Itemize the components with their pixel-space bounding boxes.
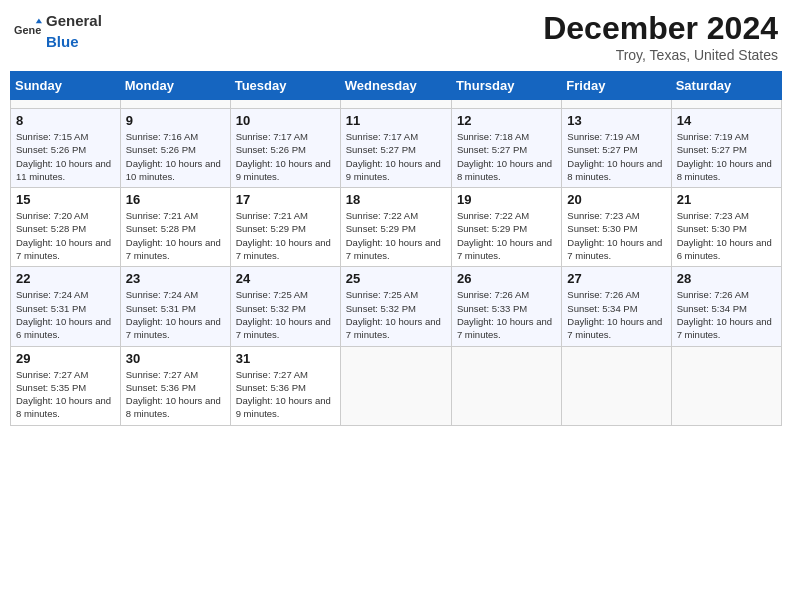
calendar-cell: 27Sunrise: 7:26 AMSunset: 5:34 PMDayligh… <box>562 267 671 346</box>
day-info: Sunrise: 7:17 AMSunset: 5:27 PMDaylight:… <box>346 131 441 182</box>
day-info: Sunrise: 7:22 AMSunset: 5:29 PMDaylight:… <box>457 210 552 261</box>
day-number: 15 <box>16 192 115 207</box>
logo-general: General <box>46 12 102 29</box>
day-number: 18 <box>346 192 446 207</box>
logo-icon: General <box>14 17 42 45</box>
day-number: 9 <box>126 113 225 128</box>
calendar-cell: 17Sunrise: 7:21 AMSunset: 5:29 PMDayligh… <box>230 188 340 267</box>
header: General General Blue December 2024 Troy,… <box>10 10 782 63</box>
calendar-cell: 29Sunrise: 7:27 AMSunset: 5:35 PMDayligh… <box>11 346 121 425</box>
calendar-cell <box>562 100 671 109</box>
location-title: Troy, Texas, United States <box>543 47 778 63</box>
day-info: Sunrise: 7:19 AMSunset: 5:27 PMDaylight:… <box>567 131 662 182</box>
day-number: 23 <box>126 271 225 286</box>
day-info: Sunrise: 7:25 AMSunset: 5:32 PMDaylight:… <box>346 289 441 340</box>
day-number: 16 <box>126 192 225 207</box>
day-info: Sunrise: 7:21 AMSunset: 5:28 PMDaylight:… <box>126 210 221 261</box>
day-info: Sunrise: 7:26 AMSunset: 5:34 PMDaylight:… <box>567 289 662 340</box>
column-header-saturday: Saturday <box>671 72 781 100</box>
calendar-cell: 26Sunrise: 7:26 AMSunset: 5:33 PMDayligh… <box>451 267 561 346</box>
calendar-cell <box>671 100 781 109</box>
day-info: Sunrise: 7:21 AMSunset: 5:29 PMDaylight:… <box>236 210 331 261</box>
day-number: 28 <box>677 271 776 286</box>
day-info: Sunrise: 7:25 AMSunset: 5:32 PMDaylight:… <box>236 289 331 340</box>
calendar-cell: 24Sunrise: 7:25 AMSunset: 5:32 PMDayligh… <box>230 267 340 346</box>
calendar-cell: 14Sunrise: 7:19 AMSunset: 5:27 PMDayligh… <box>671 109 781 188</box>
calendar-cell <box>120 100 230 109</box>
day-info: Sunrise: 7:15 AMSunset: 5:26 PMDaylight:… <box>16 131 111 182</box>
day-number: 31 <box>236 351 335 366</box>
day-number: 27 <box>567 271 665 286</box>
day-number: 20 <box>567 192 665 207</box>
calendar-header-row: SundayMondayTuesdayWednesdayThursdayFrid… <box>11 72 782 100</box>
calendar-week-2: 8Sunrise: 7:15 AMSunset: 5:26 PMDaylight… <box>11 109 782 188</box>
day-info: Sunrise: 7:20 AMSunset: 5:28 PMDaylight:… <box>16 210 111 261</box>
day-number: 12 <box>457 113 556 128</box>
day-info: Sunrise: 7:24 AMSunset: 5:31 PMDaylight:… <box>16 289 111 340</box>
calendar-cell: 25Sunrise: 7:25 AMSunset: 5:32 PMDayligh… <box>340 267 451 346</box>
svg-text:General: General <box>14 24 42 36</box>
calendar-cell: 20Sunrise: 7:23 AMSunset: 5:30 PMDayligh… <box>562 188 671 267</box>
day-number: 25 <box>346 271 446 286</box>
calendar-cell: 8Sunrise: 7:15 AMSunset: 5:26 PMDaylight… <box>11 109 121 188</box>
day-info: Sunrise: 7:23 AMSunset: 5:30 PMDaylight:… <box>567 210 662 261</box>
day-number: 11 <box>346 113 446 128</box>
column-header-monday: Monday <box>120 72 230 100</box>
day-info: Sunrise: 7:16 AMSunset: 5:26 PMDaylight:… <box>126 131 221 182</box>
day-number: 26 <box>457 271 556 286</box>
logo-blue: Blue <box>46 33 79 50</box>
day-number: 29 <box>16 351 115 366</box>
calendar-cell <box>451 100 561 109</box>
calendar-week-5: 29Sunrise: 7:27 AMSunset: 5:35 PMDayligh… <box>11 346 782 425</box>
day-number: 19 <box>457 192 556 207</box>
column-header-friday: Friday <box>562 72 671 100</box>
calendar-cell: 11Sunrise: 7:17 AMSunset: 5:27 PMDayligh… <box>340 109 451 188</box>
calendar-cell: 16Sunrise: 7:21 AMSunset: 5:28 PMDayligh… <box>120 188 230 267</box>
calendar-cell: 21Sunrise: 7:23 AMSunset: 5:30 PMDayligh… <box>671 188 781 267</box>
calendar-cell: 19Sunrise: 7:22 AMSunset: 5:29 PMDayligh… <box>451 188 561 267</box>
calendar-cell: 9Sunrise: 7:16 AMSunset: 5:26 PMDaylight… <box>120 109 230 188</box>
calendar-cell: 10Sunrise: 7:17 AMSunset: 5:26 PMDayligh… <box>230 109 340 188</box>
column-header-thursday: Thursday <box>451 72 561 100</box>
calendar-cell: 28Sunrise: 7:26 AMSunset: 5:34 PMDayligh… <box>671 267 781 346</box>
calendar-cell: 30Sunrise: 7:27 AMSunset: 5:36 PMDayligh… <box>120 346 230 425</box>
day-number: 14 <box>677 113 776 128</box>
calendar-cell: 13Sunrise: 7:19 AMSunset: 5:27 PMDayligh… <box>562 109 671 188</box>
day-info: Sunrise: 7:19 AMSunset: 5:27 PMDaylight:… <box>677 131 772 182</box>
calendar-cell: 18Sunrise: 7:22 AMSunset: 5:29 PMDayligh… <box>340 188 451 267</box>
svg-marker-1 <box>36 19 42 24</box>
calendar-cell <box>11 100 121 109</box>
calendar-week-1 <box>11 100 782 109</box>
day-info: Sunrise: 7:18 AMSunset: 5:27 PMDaylight:… <box>457 131 552 182</box>
calendar-cell <box>451 346 561 425</box>
calendar-cell <box>230 100 340 109</box>
day-info: Sunrise: 7:27 AMSunset: 5:36 PMDaylight:… <box>126 369 221 420</box>
calendar-week-4: 22Sunrise: 7:24 AMSunset: 5:31 PMDayligh… <box>11 267 782 346</box>
day-number: 22 <box>16 271 115 286</box>
calendar: SundayMondayTuesdayWednesdayThursdayFrid… <box>10 71 782 426</box>
calendar-cell: 23Sunrise: 7:24 AMSunset: 5:31 PMDayligh… <box>120 267 230 346</box>
day-number: 24 <box>236 271 335 286</box>
month-title: December 2024 <box>543 10 778 47</box>
calendar-week-3: 15Sunrise: 7:20 AMSunset: 5:28 PMDayligh… <box>11 188 782 267</box>
column-header-sunday: Sunday <box>11 72 121 100</box>
day-info: Sunrise: 7:26 AMSunset: 5:33 PMDaylight:… <box>457 289 552 340</box>
calendar-cell <box>562 346 671 425</box>
day-info: Sunrise: 7:26 AMSunset: 5:34 PMDaylight:… <box>677 289 772 340</box>
calendar-cell <box>671 346 781 425</box>
day-info: Sunrise: 7:27 AMSunset: 5:36 PMDaylight:… <box>236 369 331 420</box>
calendar-cell <box>340 100 451 109</box>
calendar-cell: 22Sunrise: 7:24 AMSunset: 5:31 PMDayligh… <box>11 267 121 346</box>
day-info: Sunrise: 7:24 AMSunset: 5:31 PMDaylight:… <box>126 289 221 340</box>
day-number: 30 <box>126 351 225 366</box>
day-number: 8 <box>16 113 115 128</box>
calendar-cell: 12Sunrise: 7:18 AMSunset: 5:27 PMDayligh… <box>451 109 561 188</box>
calendar-cell <box>340 346 451 425</box>
day-info: Sunrise: 7:23 AMSunset: 5:30 PMDaylight:… <box>677 210 772 261</box>
column-header-wednesday: Wednesday <box>340 72 451 100</box>
calendar-cell: 31Sunrise: 7:27 AMSunset: 5:36 PMDayligh… <box>230 346 340 425</box>
day-info: Sunrise: 7:22 AMSunset: 5:29 PMDaylight:… <box>346 210 441 261</box>
title-area: December 2024 Troy, Texas, United States <box>543 10 778 63</box>
day-info: Sunrise: 7:17 AMSunset: 5:26 PMDaylight:… <box>236 131 331 182</box>
day-number: 21 <box>677 192 776 207</box>
